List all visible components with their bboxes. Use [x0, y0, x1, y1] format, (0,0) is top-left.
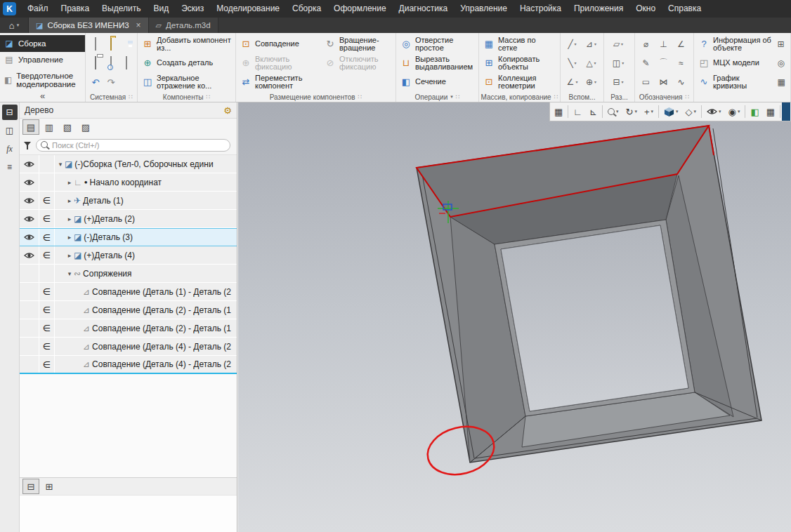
auxiliary-button-2[interactable]: ⊿▾ [586, 39, 596, 49]
menu-item-10[interactable]: Управление [454, 0, 514, 18]
system-document-properties-icon-button[interactable] [126, 57, 127, 69]
tree-panel-toggle[interactable]: ⊟ [2, 105, 18, 120]
cut-extrude-button[interactable]: ⊔ Вырезать выдавливанием [398, 53, 476, 72]
panel-menu-toggle[interactable]: ≡ [2, 159, 18, 175]
raz-button-1[interactable]: ▱▾ [613, 39, 623, 49]
visibility-cell[interactable] [20, 229, 39, 246]
system-open-document-icon-button[interactable] [110, 38, 112, 51]
visibility-cell[interactable] [20, 246, 39, 264]
tree-item[interactable]: ⊿Совпадение (Деталь (2) - Деталь (1 [55, 301, 237, 319]
tree-item[interactable]: ▾∾Сопряжения [55, 265, 237, 282]
visibility-cell[interactable] [20, 265, 39, 282]
expand-arrow-icon[interactable]: ▸ [65, 179, 74, 186]
visibility-cell[interactable] [20, 155, 39, 173]
rotation-rotation-button[interactable]: ↻ Вращение-вращение [322, 34, 393, 53]
mode-management[interactable]: ▤ Управление [0, 52, 85, 69]
raz-button-2[interactable]: ◫▾ [613, 58, 624, 68]
expand-arrow-icon[interactable]: ▾ [56, 161, 65, 168]
tree-row[interactable]: ∈⊿Совпадение (Деталь (4) - Деталь (2 [20, 356, 237, 374]
menu-item-3[interactable]: Выделить [96, 0, 147, 18]
copy-objects-button[interactable]: ⊞ Копировать объекты [481, 53, 558, 72]
variables-panel-toggle[interactable]: fx [2, 141, 18, 157]
viewport-move-button[interactable]: +▾ [641, 103, 657, 120]
designation-button-6[interactable]: ≈ [679, 58, 684, 68]
designation-button-3[interactable]: ∠ [677, 39, 685, 49]
menu-item-13[interactable]: Окно [629, 0, 662, 18]
menu-item-4[interactable]: Вид [147, 0, 175, 18]
viewport-section-view-button[interactable]: ◧ [747, 103, 762, 120]
tree-item[interactable]: ⊿Совпадение (Деталь (2) - Деталь (1 [55, 319, 237, 337]
designation-button-7[interactable]: ▭ [642, 77, 650, 87]
home-button[interactable]: ⌂ ▾ [0, 18, 29, 33]
expand-arrow-icon[interactable]: ▸ [65, 215, 74, 222]
curvature-graph-button[interactable]: ∿ График кривизны [696, 72, 778, 91]
tree-item[interactable]: ▸∟●Начало координат [55, 173, 237, 191]
kompas-logo-icon[interactable]: K [3, 2, 16, 15]
system-redo-icon-button[interactable]: ↷ [107, 76, 115, 88]
mode-assembly[interactable]: ◪ Сборка [0, 35, 85, 52]
frame-model[interactable] [417, 126, 761, 463]
tree-row[interactable]: ∈⊿Совпадение (Деталь (4) - Деталь (2 [20, 338, 237, 356]
system-print-icon-button[interactable] [95, 57, 96, 69]
auxiliary-button-1[interactable]: ╱▾ [568, 39, 576, 49]
edge-button-3[interactable]: ▦ [778, 72, 788, 91]
mass-properties-button[interactable]: ◰ МЦХ модели [696, 53, 778, 72]
expand-arrow-icon[interactable]: ▸ [65, 197, 74, 204]
visibility-cell[interactable] [20, 319, 39, 337]
add-component-button[interactable]: ⊞ Добавить компонент из... [140, 34, 233, 53]
mode-solid-modeling[interactable]: ◧ Твердотельное моделирование [0, 68, 85, 91]
visibility-cell[interactable] [20, 356, 39, 373]
viewport-rotate-button[interactable]: ↻▾ [622, 103, 640, 120]
tree-row[interactable]: ∈▸✈Деталь (1) [20, 192, 237, 210]
menu-item-9[interactable]: Диагностика [393, 0, 455, 18]
auxiliary-button-4[interactable]: △▾ [586, 58, 596, 68]
tree-view-mode-4[interactable]: ▨ [77, 119, 94, 135]
menu-item-14[interactable]: Справка [662, 0, 707, 18]
move-component-button[interactable]: ⇄ Переместить компонент [238, 72, 322, 91]
3d-viewport[interactable]: ▦∟⊾▾↻▾+▾▾◇▾▾◉▾◧▦ [238, 102, 791, 532]
enable-fixation-button[interactable]: ⊕ Включить фиксацию [238, 53, 322, 72]
designation-button-4[interactable]: ✎ [642, 58, 649, 68]
group-label-operations[interactable]: Операции ▾ ∷ [396, 92, 478, 102]
document-tab-2[interactable]: ▱Деталь.m3d [149, 18, 218, 33]
auxiliary-button-6[interactable]: ⊕▾ [586, 77, 596, 87]
viewport-grid-button[interactable]: ▦ [551, 103, 566, 120]
gear-icon[interactable]: ⚙ [223, 105, 232, 116]
tree-item[interactable]: ⊿Совпадение (Деталь (1) - Деталь (2 [55, 283, 237, 300]
tree-item[interactable]: ▸◪(-)Деталь (3) [55, 229, 237, 246]
system-new-document-icon-button[interactable] [95, 38, 96, 51]
edge-button-2[interactable]: ◎ [778, 53, 788, 72]
object-info-button[interactable]: ? Информация об объекте [696, 34, 778, 53]
tree-row[interactable]: ∈▸◪(+)Деталь (2) [20, 210, 237, 228]
tree-row[interactable]: ▾∾Сопряжения [20, 265, 237, 283]
edge-button-1[interactable]: ⊞ [778, 34, 788, 53]
designation-button-9[interactable]: ∿ [677, 77, 684, 87]
geometry-collection-button[interactable]: ⊡ Коллекция геометрии [481, 72, 558, 91]
visibility-cell[interactable] [20, 301, 39, 319]
expand-arrow-icon[interactable]: ▸ [65, 252, 74, 259]
designation-button-8[interactable]: ⋈ [660, 77, 668, 87]
tree-bottom-tab-2[interactable]: ⊞ [41, 479, 58, 494]
grid-pattern-button[interactable]: ▦ Массив по сетке [481, 34, 558, 53]
visibility-cell[interactable] [20, 338, 39, 355]
auxiliary-button-3[interactable]: ╲▾ [568, 58, 576, 68]
tree-row[interactable]: ▾◪(-)Сборка (Тел-0, Сборочных едини [20, 155, 237, 173]
viewport-extra-button[interactable] [782, 102, 790, 121]
menu-item-6[interactable]: Моделирование [210, 0, 286, 18]
tree-row[interactable]: ∈▸◪(+)Деталь (4) [20, 246, 237, 265]
viewport-camera-button[interactable]: ◉▾ [725, 103, 744, 120]
tree-item[interactable]: ⊿Совпадение (Деталь (4) - Деталь (2 [55, 356, 237, 373]
filter-funnel-icon[interactable] [22, 140, 34, 151]
ribbon-collapse-button[interactable]: « [0, 91, 85, 102]
system-undo-icon-button[interactable]: ↶ [92, 76, 100, 88]
tree-item[interactable]: ▸✈Деталь (1) [55, 192, 237, 209]
viewport-zoom-button[interactable]: ▾ [604, 103, 622, 120]
menu-item-8[interactable]: Оформление [327, 0, 392, 18]
layers-panel-toggle[interactable]: ◫ [2, 123, 18, 138]
viewport-mesh-button[interactable]: ▦ [763, 103, 778, 120]
tree-item[interactable]: ▸◪(+)Деталь (2) [55, 210, 237, 227]
tree-row[interactable]: ▸∟●Начало координат [20, 173, 237, 192]
viewport-display-wireframe-button[interactable]: ◇▾ [682, 103, 700, 120]
tree-item[interactable]: ⊿Совпадение (Деталь (4) - Деталь (2 [55, 338, 237, 355]
tree-row[interactable]: ∈▸◪(-)Деталь (3) [20, 228, 237, 246]
